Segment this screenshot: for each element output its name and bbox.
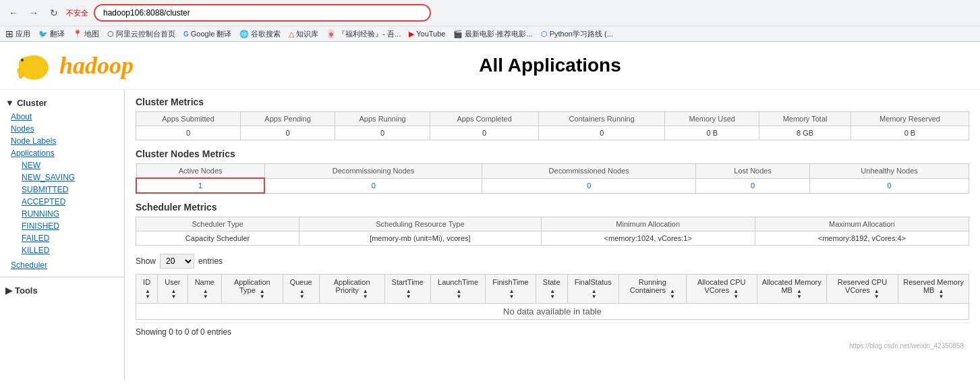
cluster-toggle[interactable]: ▼ Cluster [0,95,124,111]
bookmark-aliyun-label: 阿里云控制台首页 [116,29,175,39]
apps-header-row: ID ▲▼ User ▲▼ Name ▲▼ Application Type [136,275,969,304]
show-label: Show [136,256,156,266]
sort-arrows-type[interactable]: ▲▼ [260,289,265,300]
val-active-nodes: 1 [136,178,264,193]
scheduler-metrics-header-row: Scheduler Type Scheduling Resource Type … [136,217,969,231]
sort-arrows-name[interactable]: ▲▼ [203,289,208,300]
sidebar-item-new-saving[interactable]: NEW_SAVING [16,171,119,184]
bookmark-python[interactable]: ⬡ Python学习路线 (... [541,29,613,39]
sort-arrows-finishtime[interactable]: ▲▼ [509,289,515,300]
col-state-label: State [543,278,560,286]
back-button[interactable]: ← [5,5,22,21]
col-unhealthy-nodes: Unhealthy Nodes [810,164,969,179]
cluster-metrics-title: Cluster Metrics [136,96,969,107]
col-launchtime-label: LaunchTime [438,278,478,286]
scheduler-metrics-table: Scheduler Type Scheduling Resource Type … [136,217,969,246]
bookmark-map[interactable]: 📍 地图 [73,29,99,39]
sidebar-item-scheduler[interactable]: Scheduler [5,259,119,271]
bookmark-python-label: Python学习路线 (... [550,29,613,39]
sort-arrows-reserved-memory[interactable]: ▲▼ [938,289,944,300]
bookmark-translate-label: 翻译 [50,29,65,39]
val-containers-running: 0 [539,126,665,140]
col-reserved-cpu: Reserved CPU VCores ▲▼ [826,275,898,304]
sort-arrows-finalstatus[interactable]: ▲▼ [592,289,597,300]
bookmark-apps[interactable]: ⊞ 应用 [5,28,30,39]
entries-select[interactable]: 10 20 25 50 100 [160,254,194,269]
cluster-nodes-title: Cluster Nodes Metrics [136,148,969,159]
reload-button[interactable]: ↻ [46,5,62,21]
showing-info: Showing 0 to 0 of 0 entries [136,323,969,341]
apps-grid-icon: ⊞ [5,28,13,39]
cluster-nodes-table: Active Nodes Decommissioning Nodes Decom… [136,163,969,194]
bookmark-google-translate[interactable]: G Google 翻译 [183,29,231,39]
val-apps-pending: 0 [241,126,335,140]
movie-icon: 🎬 [453,30,463,38]
bookmark-welfare[interactable]: 🀄 『福利经验』- 吾... [326,29,401,39]
col-scheduler-type: Scheduler Type [136,217,299,231]
val-maximum-allocation: <memory:8192, vCores:4> [755,231,969,246]
bookmark-youtube[interactable]: ▶ YouTube [409,30,445,38]
sidebar-divider [0,277,124,277]
sidebar-item-failed[interactable]: FAILED [16,232,119,244]
lost-nodes-link[interactable]: 0 [751,182,755,190]
col-finishtime: FinishTime ▲▼ [486,275,536,304]
sort-arrows-reserved-cpu[interactable]: ▲▼ [874,289,880,300]
col-user: User ▲▼ [158,275,188,304]
sidebar-item-submitted[interactable]: SUBMITTED [16,184,119,196]
col-apps-completed: Apps Completed [430,112,539,126]
scheduler-metrics-title: Scheduler Metrics [136,202,969,213]
main-layout: ▼ Cluster About Nodes Node Labels Applic… [0,90,980,381]
bookmark-movies[interactable]: 🎬 最新电影·推荐电影... [453,29,532,39]
bookmark-knowledge[interactable]: △ 知识库 [289,29,318,39]
svg-point-7 [33,75,40,79]
cluster-nodes-data-row: 1 0 0 0 0 [136,178,969,193]
sidebar-item-new[interactable]: NEW [16,159,119,171]
col-reserved-memory: Reserved Memory MB ▲▼ [898,275,969,304]
col-apps-pending: Apps Pending [241,112,335,126]
cluster-metrics-table: Apps Submitted Apps Pending Apps Running… [136,111,969,140]
col-id-label: ID [143,278,150,286]
cluster-label: Cluster [17,98,47,108]
col-application-priority: Application Priority ▲▼ [319,275,384,304]
col-containers-running: Containers Running [539,112,665,126]
sidebar-item-node-labels[interactable]: Node Labels [5,135,119,147]
sidebar-item-running[interactable]: RUNNING [16,208,119,220]
sort-arrows-id[interactable]: ▲▼ [145,289,150,300]
forward-button[interactable]: → [26,5,42,21]
bookmark-google-search[interactable]: 🌐 谷歌搜索 [239,29,281,39]
sort-arrows-allocated-cpu[interactable]: ▲▼ [733,289,739,300]
active-nodes-link[interactable]: 1 [198,182,202,190]
sidebar-item-killed[interactable]: KILLED [16,244,119,256]
decommissioning-nodes-link[interactable]: 0 [372,182,376,190]
logo-text: hadoop [59,51,134,80]
bookmark-welfare-label: 『福利经验』- 吾... [338,29,401,39]
sort-arrows-allocated-memory[interactable]: ▲▼ [797,289,802,300]
page-title: All Applications [134,55,967,76]
unhealthy-nodes-link[interactable]: 0 [888,182,892,190]
sidebar-item-about[interactable]: About [5,111,119,123]
sort-arrows-launchtime[interactable]: ▲▼ [457,289,462,300]
col-lost-nodes: Lost Nodes [696,164,810,179]
sort-arrows-running-containers[interactable]: ▲▼ [670,289,675,300]
content-area: Cluster Metrics Apps Submitted Apps Pend… [125,90,980,381]
col-name: Name ▲▼ [188,275,222,304]
val-scheduler-type: Capacity Scheduler [136,231,299,246]
google-icon: G [183,30,189,38]
tools-arrow-icon: ▶ [5,285,12,296]
sidebar-item-applications[interactable]: Applications [5,147,119,159]
bookmark-translate[interactable]: 🐦 翻译 [38,29,65,39]
scheduler-metrics-data-row: Capacity Scheduler [memory-mb (unit=Mi),… [136,231,969,246]
sort-arrows-state[interactable]: ▲▼ [550,289,555,300]
bookmark-aliyun[interactable]: ⬡ 阿里云控制台首页 [107,29,175,39]
sort-arrows-priority[interactable]: ▲▼ [363,289,368,300]
sort-arrows-starttime[interactable]: ▲▼ [406,289,411,300]
decommissioned-nodes-link[interactable]: 0 [587,182,591,190]
sidebar-item-accepted[interactable]: ACCEPTED [16,196,119,208]
col-user-label: User [165,278,180,286]
address-bar[interactable] [94,4,431,22]
sidebar-item-nodes[interactable]: Nodes [5,123,119,135]
sidebar-item-finished[interactable]: FINISHED [16,220,119,232]
sort-arrows-user[interactable]: ▲▼ [171,289,176,300]
tools-toggle[interactable]: ▶ Tools [0,283,124,298]
sort-arrows-queue[interactable]: ▲▼ [299,289,305,300]
